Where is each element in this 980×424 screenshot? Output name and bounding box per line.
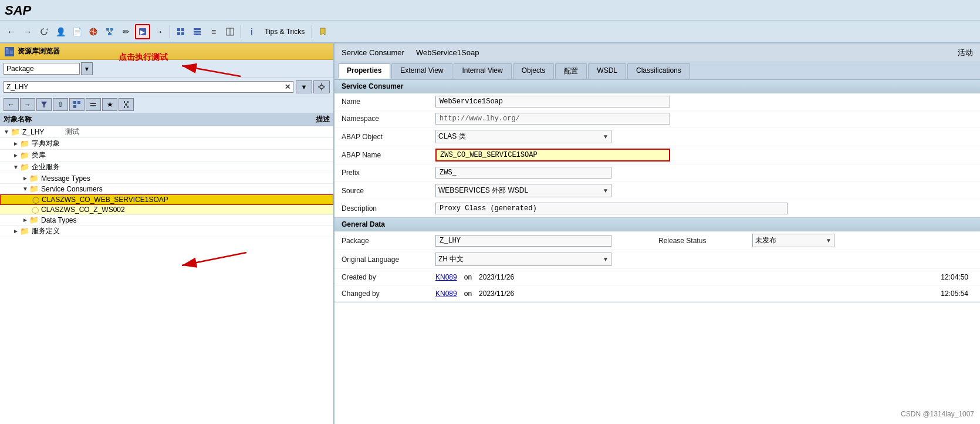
separator-1 <box>170 25 170 38</box>
back-btn[interactable]: ← <box>4 24 19 39</box>
nav-back-btn[interactable]: ← <box>4 98 19 111</box>
tree-label-enterprise: 企业服务 <box>32 162 60 172</box>
tree-toggle-datatypes[interactable]: ► <box>22 217 29 223</box>
tab-properties[interactable]: Properties <box>338 63 390 79</box>
row-prefix: Prefix ZWS_ <box>334 164 980 181</box>
bookmark-btn[interactable] <box>315 24 330 39</box>
tab-objects[interactable]: Objects <box>513 63 555 79</box>
tree-label-svccons: Service Consumers <box>41 185 103 193</box>
form-area: Service Consumer Name WebService1Soap Na… <box>334 80 980 424</box>
item-icon-cls1: ◯ <box>32 196 39 204</box>
nav-collapse-btn[interactable] <box>86 98 101 111</box>
select-release-status[interactable]: 未发布 ▼ <box>752 234 834 247</box>
tab-wsdl[interactable]: WSDL <box>588 63 626 79</box>
tree-toggle-dict[interactable]: ► <box>13 140 20 147</box>
tree-toggle-zlhy[interactable]: ▼ <box>4 129 11 135</box>
input-abap-name[interactable]: ZWS_CO_WEB_SERVICE1SOAP <box>435 149 670 161</box>
svg-point-33 <box>125 103 127 106</box>
tree-toggle-svccons[interactable]: ▼ <box>22 186 29 192</box>
svg-rect-13 <box>194 28 201 30</box>
tree-label-lib: 类库 <box>32 150 46 160</box>
select-source[interactable]: WEBSERVICES 外部 WSDL ▼ <box>435 184 611 197</box>
arrow-execute-btn[interactable]: → <box>151 24 167 39</box>
search-btn-settings[interactable] <box>313 80 330 93</box>
folder-icon-lib: 📁 <box>20 151 29 160</box>
nav-filter-btn[interactable] <box>36 98 52 111</box>
main-area: 资源库浏览器 Package ▼ 点击执行测试 Z_LHY ✕ ▼ <box>0 43 980 424</box>
tree-item-cls1[interactable]: ◯ CLASZWS_CO_WEB_SERVICE1SOAP <box>0 194 333 205</box>
tree-toggle-enterprise[interactable]: ▼ <box>13 164 20 170</box>
nav-config-btn[interactable] <box>119 98 134 111</box>
row-source: Source WEBSERVICES 外部 WSDL ▼ <box>334 181 980 200</box>
tree-item-zlhy[interactable]: ▼ 📁 Z_LHY 测试 <box>0 126 333 138</box>
forward-btn[interactable]: → <box>20 24 35 39</box>
tree-toggle-svcdef[interactable]: ► <box>13 228 20 234</box>
tree-item-msgtypes[interactable]: ► 📁 Message Types <box>0 173 333 184</box>
tree-label-svcdef: 服务定义 <box>32 226 60 236</box>
tree-toggle-lib[interactable]: ► <box>13 152 20 159</box>
globe-btn[interactable] <box>86 24 101 39</box>
input-namespace[interactable]: http://www.lhy.org/ <box>435 113 670 124</box>
changed-date: 2023/11/26 <box>479 290 936 298</box>
svg-rect-35 <box>127 101 129 103</box>
pencil-btn[interactable]: ✏ <box>119 24 134 39</box>
tree-item-enterprise[interactable]: ▼ 📁 企业服务 <box>0 161 333 173</box>
package-dropdown[interactable]: Package <box>4 63 80 75</box>
svg-text:▶: ▶ <box>140 29 145 35</box>
grid3-btn[interactable]: ≡ <box>206 24 221 39</box>
select-orig-lang[interactable]: ZH 中文 ▼ <box>435 253 611 266</box>
tab-classifications[interactable]: Classifications <box>627 63 690 79</box>
tree-toggle-msgtypes[interactable]: ► <box>22 175 29 181</box>
tree-item-lib[interactable]: ► 📁 类库 <box>0 150 333 161</box>
tree-item-svcdef[interactable]: ► 📁 服务定义 <box>0 226 333 237</box>
tab-internal-view[interactable]: Internal View <box>454 63 512 79</box>
link-changed-by[interactable]: KN089 <box>435 290 457 298</box>
grid2-btn[interactable] <box>190 24 205 39</box>
select-source-arrow: ▼ <box>603 187 609 194</box>
grid4-btn[interactable] <box>222 24 238 39</box>
label-description: Description <box>342 204 435 213</box>
link-created-by[interactable]: KN089 <box>435 273 457 281</box>
nav-up-btn[interactable]: ⇧ <box>53 98 68 111</box>
tips-tricks-btn[interactable]: Tips & Tricks <box>261 26 309 38</box>
nav-expand-btn[interactable] <box>69 98 85 111</box>
svg-line-5 <box>108 31 110 33</box>
nav-star-btn[interactable]: ★ <box>102 98 117 111</box>
select-abap-object[interactable]: CLAS 类 ▼ <box>435 130 611 143</box>
row-created-by: Created by KN089 on 2023/11/26 12:04:50 <box>334 269 980 285</box>
svg-rect-28 <box>73 101 76 104</box>
tab-config[interactable]: 配置 <box>555 63 587 79</box>
clear-btn[interactable]: ✕ <box>285 83 290 91</box>
row-abap-name: ABAP Name ZWS_CO_WEB_SERVICE1SOAP <box>334 146 980 164</box>
input-package[interactable]: Z_LHY <box>435 235 611 247</box>
search-btn-dropdown[interactable]: ▼ <box>296 80 312 93</box>
tree-label-msgtypes: Message Types <box>41 174 90 183</box>
tree-item-dict[interactable]: ► 📁 字典对象 <box>0 138 333 150</box>
nav-forward-btn[interactable]: → <box>20 98 35 111</box>
col-name-header: 对象名称 <box>4 115 283 124</box>
svg-marker-18 <box>320 28 325 35</box>
page-btn[interactable]: 📄 <box>69 24 85 39</box>
right-panel: Service Consumer WebService1Soap 活动 Prop… <box>334 43 980 424</box>
tree-item-svccons[interactable]: ▼ 📁 Service Consumers <box>0 184 333 194</box>
info-btn[interactable]: i <box>244 24 259 39</box>
execute-btn[interactable]: ▶ <box>135 24 150 39</box>
sc-header-status: 活动 <box>958 48 973 58</box>
input-name[interactable]: WebService1Soap <box>435 96 670 107</box>
refresh-btn[interactable] <box>36 24 52 39</box>
tab-external-view[interactable]: External View <box>391 63 452 79</box>
label-package: Package <box>342 237 435 245</box>
grid1-btn[interactable] <box>173 24 188 39</box>
tree-item-datatypes[interactable]: ► 📁 Data Types <box>0 215 333 226</box>
dropdown-arrow[interactable]: ▼ <box>81 62 93 75</box>
input-description[interactable]: Proxy Class (generated) <box>435 203 788 214</box>
input-prefix[interactable]: ZWS_ <box>435 167 611 179</box>
network-btn[interactable] <box>102 24 117 39</box>
left-panel: 资源库浏览器 Package ▼ 点击执行测试 Z_LHY ✕ ▼ <box>0 43 334 424</box>
tree-item-cls2[interactable]: ◯ CLASZWS_CO_Z_WS002 <box>0 205 333 215</box>
tips-tricks-label: Tips & Tricks <box>265 28 305 36</box>
svg-rect-12 <box>181 32 184 35</box>
search-input-text[interactable]: Z_LHY <box>6 83 282 91</box>
user-btn[interactable]: 👤 <box>53 24 68 39</box>
tree-label-datatypes: Data Types <box>41 216 76 224</box>
